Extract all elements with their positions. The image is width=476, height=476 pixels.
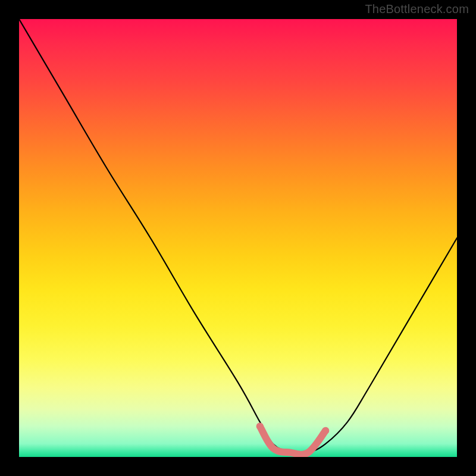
watermark-text: TheBottleneck.com — [365, 2, 469, 16]
optimal-dot-left — [256, 422, 264, 430]
bottleneck-curve — [19, 19, 457, 454]
chart-svg — [19, 19, 457, 457]
plot-area — [19, 19, 457, 457]
optimal-dot-right — [322, 427, 329, 434]
